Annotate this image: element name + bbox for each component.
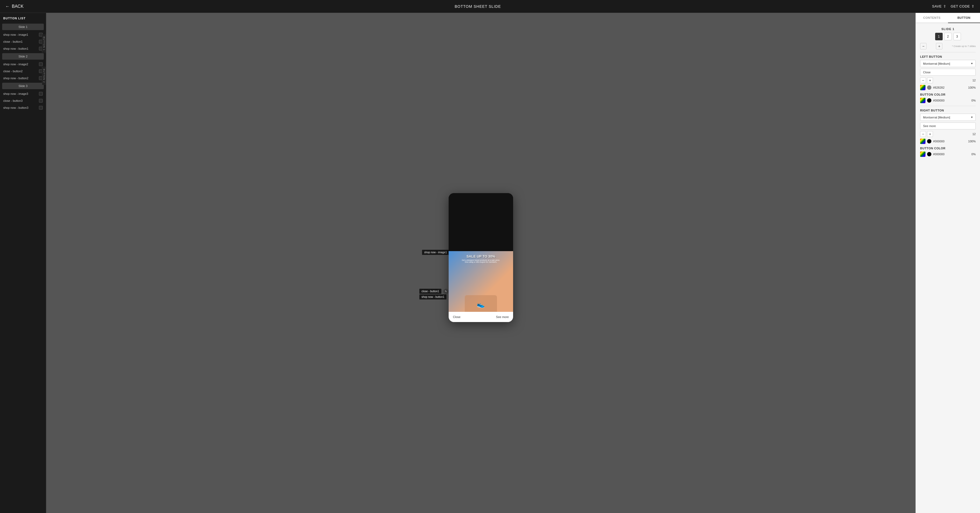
sidebar-title: BUTTON LIST xyxy=(0,13,46,22)
panel-tabs: CONTENTS BUTTON xyxy=(916,13,980,23)
list-item[interactable]: shop now - image2 xyxy=(0,61,46,68)
left-color-gradient-picker[interactable] xyxy=(920,85,926,90)
list-item[interactable]: close - button1 xyxy=(0,38,46,45)
list-item[interactable]: shop now - button1 xyxy=(0,45,46,52)
right-btn-color-gradient-picker[interactable] xyxy=(920,151,926,157)
chevron-down-icon: ▾ xyxy=(971,62,973,65)
left-button-font-value: Montserrat [Medium] xyxy=(923,62,950,65)
item-checkbox[interactable] xyxy=(39,92,43,95)
phone-content-area: SALE UP TO 30% Get a designer brand prod… xyxy=(449,251,513,322)
right-btn-color-circle[interactable] xyxy=(927,152,931,156)
right-button-font-dropdown[interactable]: Montserrat [Medium] ▾ xyxy=(920,114,976,121)
left-button-font-dropdown[interactable]: Montserrat [Medium] ▾ xyxy=(920,60,976,67)
floating-label-close-button1: close - button1 ✎ xyxy=(419,289,449,294)
save-button[interactable]: SAVE ⇧ xyxy=(932,4,947,8)
phone-mockup: SALE UP TO 30% Get a designer brand prod… xyxy=(449,193,513,333)
item-label: close - button1 xyxy=(3,40,22,43)
right-font-increase-button[interactable]: + xyxy=(927,131,933,137)
right-button-section-label: RIGHT BUTTON xyxy=(920,109,976,112)
right-button-color-row-2: #000000 0% xyxy=(920,151,976,157)
get-code-icon: ⇧ xyxy=(971,4,975,8)
item-label: shop now - image3 xyxy=(3,92,28,95)
canvas-area: shop now - image1 ✎ close - button1 ✎ sh… xyxy=(46,13,916,513)
floating-tag-image1: shop now - image1 xyxy=(422,249,449,255)
item-label: shop now - button3 xyxy=(3,106,29,109)
right-font-size-value: 12 xyxy=(969,132,976,136)
item-label: close - button2 xyxy=(3,70,22,73)
sale-title: SALE UP TO 30% xyxy=(466,254,495,258)
remove-slide-button[interactable]: − xyxy=(920,43,926,49)
left-font-decrease-button[interactable]: − xyxy=(920,77,926,83)
left-button-size-controls: − + 12 xyxy=(920,77,976,83)
slide-note: * Create up to 7 slides xyxy=(952,45,976,48)
sale-background: SALE UP TO 30% Get a designer brand prod… xyxy=(449,251,513,322)
list-item[interactable]: shop now - button3 xyxy=(0,104,46,111)
add-slide-button[interactable]: + xyxy=(936,43,942,49)
list-item[interactable]: close - button2 xyxy=(0,68,46,75)
see-more-button-phone[interactable]: See more xyxy=(496,315,509,319)
slide-3-label: Slide 3 xyxy=(2,83,44,89)
get-code-button[interactable]: GET CODE ⇧ xyxy=(951,4,975,8)
slide-num-1[interactable]: 1 xyxy=(935,33,943,40)
bottom-sheet: Close See more xyxy=(449,312,513,322)
right-panel: CONTENTS BUTTON SLIDE 1 1 2 3 − + * Crea… xyxy=(916,13,980,513)
left-color-circle[interactable] xyxy=(927,86,931,90)
floating-tag-shop-button1: shop now - button1 xyxy=(419,294,447,300)
get-code-label: GET CODE xyxy=(951,4,970,8)
right-font-decrease-button[interactable]: − xyxy=(920,131,926,137)
item-label: shop now - button2 xyxy=(3,76,29,80)
sale-subtext: Get a designer brand products at a sale … xyxy=(452,259,510,263)
left-btn-color-circle[interactable] xyxy=(927,98,931,103)
main-layout: BUTTON LIST Slide 1 shop now - image1 cl… xyxy=(0,13,980,513)
left-button-text-input[interactable] xyxy=(920,69,976,76)
divider-2 xyxy=(920,106,976,106)
left-btn-color-hex: #000000 xyxy=(933,99,970,102)
top-bar: ← BACK BOTTOM SHEET SLIDE SAVE ⇧ GET COD… xyxy=(0,0,980,13)
right-color-opacity: 100% xyxy=(968,140,976,143)
left-color-opacity: 100% xyxy=(968,86,976,89)
tab-button[interactable]: BUTTON xyxy=(948,13,980,23)
right-btn-color-opacity: 0% xyxy=(971,152,976,156)
phone-screen: SALE UP TO 30% Get a designer brand prod… xyxy=(449,193,513,322)
item-checkbox[interactable] xyxy=(39,99,43,103)
item-checkbox[interactable] xyxy=(39,106,43,110)
right-button-size-controls: − + 12 xyxy=(920,131,976,137)
save-icon: ⇧ xyxy=(943,4,947,8)
left-font-increase-button[interactable]: + xyxy=(927,77,933,83)
right-color-hex: #000000 xyxy=(933,140,967,143)
slide-1-label: Slide 1 xyxy=(2,24,44,30)
divider-1 xyxy=(920,52,976,52)
item-label: shop now - image2 xyxy=(3,63,28,66)
slide-add-remove: − + * Create up to 7 slides xyxy=(920,43,976,49)
right-btn-color-hex: #000000 xyxy=(933,152,970,156)
left-btn-color-gradient-picker[interactable] xyxy=(920,98,926,103)
list-item[interactable]: close - button3 xyxy=(0,97,46,104)
left-button-color-label: BUTTON COLOR xyxy=(920,93,976,96)
left-font-size-value: 12 xyxy=(969,79,976,82)
list-item[interactable]: shop now - image1 xyxy=(0,31,46,38)
page-title: BOTTOM SHEET SLIDE xyxy=(455,4,501,9)
close-button-phone[interactable]: Close xyxy=(453,315,460,319)
item-checkbox[interactable] xyxy=(39,62,43,66)
list-item[interactable]: shop now - button2 xyxy=(0,75,46,82)
slide-num-2[interactable]: 2 xyxy=(944,33,952,40)
left-color-hex: #828282 xyxy=(933,86,967,89)
slide-section-title: SLIDE 1 xyxy=(920,27,976,31)
shoe-image: 👟 xyxy=(465,295,497,314)
right-color-circle[interactable] xyxy=(927,139,931,143)
panel-body: SLIDE 1 1 2 3 − + * Create up to 7 slide… xyxy=(916,23,980,513)
item-label: close - button3 xyxy=(3,99,22,102)
edit-icon-close-button1[interactable]: ✎ xyxy=(443,289,449,294)
tab-contents[interactable]: CONTENTS xyxy=(916,13,948,22)
floating-tag-close-button1: close - button1 xyxy=(419,289,442,294)
right-button-color-row: #000000 100% xyxy=(920,138,976,144)
list-item[interactable]: shop now - image3 xyxy=(0,90,46,97)
right-color-gradient-picker[interactable] xyxy=(920,138,926,144)
chevron-down-icon: ▾ xyxy=(971,116,973,119)
phone-top-area xyxy=(449,193,513,251)
right-button-text-input[interactable] xyxy=(920,122,976,129)
right-button-color-label: BUTTON COLOR xyxy=(920,147,976,150)
back-button[interactable]: ← BACK xyxy=(5,4,24,9)
slide-2-label: Slide 2 xyxy=(2,53,44,60)
slide-num-3[interactable]: 3 xyxy=(953,33,961,40)
